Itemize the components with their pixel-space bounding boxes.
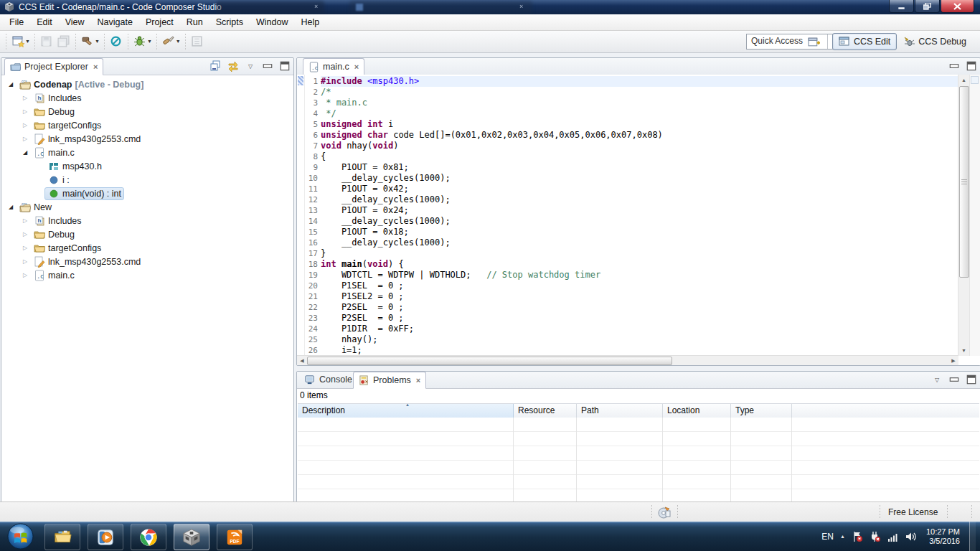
code-line-4[interactable]: */ — [321, 108, 958, 119]
twistie-collapsed-icon[interactable]: ▷ — [20, 231, 30, 237]
twistie-collapsed-icon[interactable]: ▷ — [20, 108, 30, 115]
tree-item-main-c[interactable]: ▷.cmain.c — [1, 268, 293, 282]
menu-item-view[interactable]: View — [59, 15, 91, 29]
tree-item-i[interactable]: i : — [1, 173, 293, 187]
flash-dropdown-icon[interactable]: ▼ — [176, 39, 181, 44]
tree-item-main-c[interactable]: ◢.cmain.c — [1, 146, 293, 159]
problems-tab[interactable]: Problems × — [353, 372, 426, 389]
maximize-panel-icon[interactable] — [966, 374, 977, 385]
view-menu-icon[interactable]: ▽ — [245, 60, 256, 72]
code-line-15[interactable]: P1OUT = 0x18; — [321, 227, 958, 237]
scroll-left-icon[interactable]: ◀ — [297, 356, 307, 365]
debug-button[interactable] — [108, 33, 125, 50]
tree-item-main-void-int[interactable]: main(void) : int — [1, 187, 293, 200]
flash-button[interactable] — [160, 33, 177, 50]
code-line-23[interactable]: P2SEL = 0 ; — [321, 313, 958, 324]
editor-tab-main-c[interactable]: .c main.c × — [303, 58, 364, 75]
collapse-all-button[interactable] — [210, 60, 222, 72]
build-dropdown-icon[interactable]: ▼ — [95, 39, 100, 44]
minimize-button[interactable] — [889, 0, 914, 13]
twistie-collapsed-icon[interactable]: ▷ — [20, 258, 30, 265]
close-tab-icon[interactable]: × — [93, 62, 98, 71]
code-line-24[interactable]: P1DIR = 0xFF; — [321, 324, 958, 334]
tree-item-targetconfigs[interactable]: ▷targetConfigs — [1, 241, 293, 255]
code-lines[interactable]: #include <msp430.h>/* * main.c */unsigne… — [321, 75, 958, 356]
menu-item-navigate[interactable]: Navigate — [91, 15, 139, 29]
taskbar-explorer-button[interactable] — [44, 524, 80, 550]
close-tab-icon[interactable]: × — [416, 376, 420, 385]
twistie-collapsed-icon[interactable]: ▷ — [20, 95, 30, 101]
action-center-icon[interactable] — [852, 531, 863, 542]
software-update-icon[interactable] — [657, 505, 672, 519]
code-line-17[interactable]: } — [321, 248, 958, 259]
taskbar-foxit-button[interactable]: PDF — [217, 524, 253, 550]
close-button[interactable] — [941, 0, 974, 13]
tree-item-new[interactable]: ◢ccsNew — [1, 200, 293, 214]
close-tab-icon[interactable]: × — [354, 62, 359, 71]
twistie-collapsed-icon[interactable]: ▷ — [20, 136, 30, 142]
scrollbar-thumb[interactable] — [307, 357, 672, 365]
volume-icon[interactable] — [905, 531, 917, 542]
show-desktop-button[interactable] — [969, 522, 976, 551]
save-button[interactable] — [38, 33, 55, 50]
code-line-22[interactable]: P2SEL = 0 ; — [321, 302, 958, 313]
start-button[interactable] — [7, 523, 34, 550]
network-signal-icon[interactable] — [887, 531, 899, 542]
hidden-icons-arrow[interactable]: ▲ — [840, 534, 845, 539]
twistie-expanded-icon[interactable]: ◢ — [20, 149, 30, 156]
column-header-location[interactable]: Location — [663, 404, 731, 418]
taskbar-ccs-button[interactable] — [174, 524, 209, 550]
scrollbar-thumb[interactable] — [959, 86, 969, 278]
code-line-2[interactable]: /* — [321, 87, 958, 98]
menu-item-file[interactable]: File — [3, 15, 30, 29]
twistie-expanded-icon[interactable]: ◢ — [6, 81, 16, 88]
tree-item-msp430-h[interactable]: msp430.h — [1, 159, 293, 173]
maximize-panel-icon[interactable] — [279, 60, 291, 72]
tree-item-includes[interactable]: ▷hIncludes — [1, 214, 293, 227]
new-dropdown-icon[interactable]: ▼ — [25, 39, 30, 44]
column-header-description[interactable]: Description — [298, 404, 514, 418]
ccs-edit-perspective-button[interactable]: CCS Edit — [832, 33, 897, 50]
menu-item-edit[interactable]: Edit — [30, 15, 59, 29]
code-line-8[interactable]: { — [321, 151, 958, 162]
twistie-collapsed-icon[interactable]: ▷ — [20, 272, 30, 278]
tree-item-debug[interactable]: ▷Debug — [1, 227, 293, 241]
language-indicator[interactable]: EN — [821, 532, 834, 542]
code-line-18[interactable]: int main(void) { — [321, 259, 958, 270]
tree-item-codenap[interactable]: ◢ccsCodenap[Active - Debug] — [1, 77, 293, 91]
project-explorer-tab[interactable]: Project Explorer × — [4, 58, 103, 75]
column-header-path[interactable]: Path — [577, 404, 663, 418]
twistie-collapsed-icon[interactable]: ▷ — [20, 122, 30, 128]
code-line-19[interactable]: WDTCTL = WDTPW | WDTHOLD; // Stop watchd… — [321, 270, 958, 281]
menu-item-run[interactable]: Run — [180, 15, 209, 29]
column-header-type[interactable]: Type — [731, 404, 792, 418]
title-bar[interactable]: CCS Edit - Codenap/main.c - Code Compose… — [0, 0, 980, 14]
code-line-11[interactable]: P1OUT = 0x42; — [321, 184, 958, 194]
open-perspective-button[interactable] — [806, 33, 823, 50]
maximize-panel-icon[interactable] — [966, 60, 977, 72]
menu-item-project[interactable]: Project — [139, 15, 180, 29]
save-all-button[interactable] — [55, 33, 72, 50]
menu-item-window[interactable]: Window — [250, 15, 294, 29]
minimize-panel-icon[interactable] — [948, 60, 960, 72]
twistie-collapsed-icon[interactable]: ▷ — [20, 245, 30, 251]
scroll-down-icon[interactable]: ▼ — [958, 345, 969, 356]
menu-item-scripts[interactable]: Scripts — [209, 15, 250, 29]
minimize-panel-icon[interactable] — [262, 60, 273, 72]
twistie-expanded-icon[interactable]: ◢ — [6, 204, 16, 210]
twistie-collapsed-icon[interactable]: ▷ — [20, 217, 30, 224]
code-line-21[interactable]: P1SEL2 = 0 ; — [321, 291, 958, 302]
scroll-up-icon[interactable]: ▲ — [958, 75, 969, 85]
view-menu-icon[interactable]: ▽ — [931, 374, 943, 385]
console-tab[interactable]: Console — [300, 372, 357, 387]
clock[interactable]: 10:27 PM 3/5/2016 — [926, 527, 960, 546]
code-line-13[interactable]: P1OUT = 0x24; — [321, 205, 958, 216]
code-line-14[interactable]: __delay_cycles(1000); — [321, 216, 958, 227]
code-line-12[interactable]: __delay_cycles(1000); — [321, 194, 958, 205]
code-line-20[interactable]: P1SEL = 0 ; — [321, 281, 958, 291]
tree-item-includes[interactable]: ▷hIncludes — [1, 91, 293, 105]
code-line-7[interactable]: void nhay(void) — [321, 141, 958, 151]
taskbar-chrome-button[interactable] — [131, 524, 166, 550]
tree-item-lnk-msp430g2553-cmd[interactable]: ▷lnk_msp430g2553.cmd — [1, 255, 293, 268]
code-line-5[interactable]: unsigned int i — [321, 119, 958, 130]
